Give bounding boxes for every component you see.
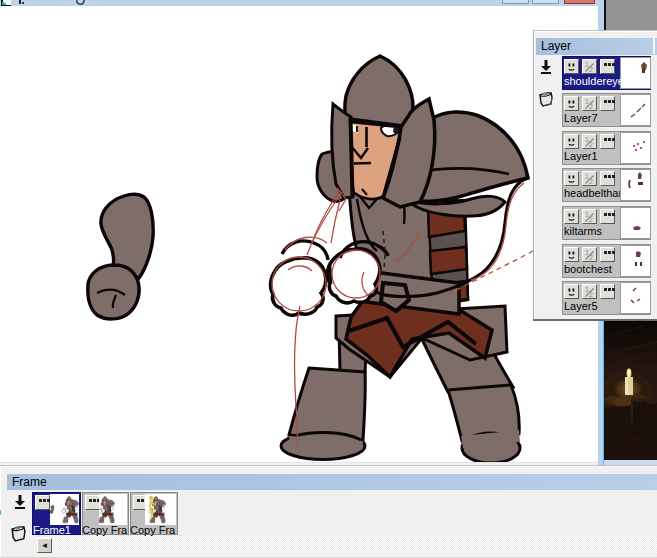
svg-text:2: 2: [589, 291, 593, 298]
svg-text:1: 1: [585, 211, 589, 218]
svg-text:1: 1: [585, 286, 589, 293]
svg-text:1: 1: [585, 136, 589, 143]
svg-text:2: 2: [589, 141, 593, 148]
svg-text:2: 2: [589, 103, 593, 110]
svg-text:1: 1: [585, 98, 589, 105]
svg-text:2: 2: [589, 254, 593, 261]
svg-text:2: 2: [589, 216, 593, 223]
svg-text:1: 1: [585, 61, 589, 68]
svg-text:2: 2: [589, 66, 593, 73]
svg-text:1: 1: [585, 173, 589, 180]
svg-text:1: 1: [585, 249, 589, 256]
svg-text:2: 2: [589, 178, 593, 185]
